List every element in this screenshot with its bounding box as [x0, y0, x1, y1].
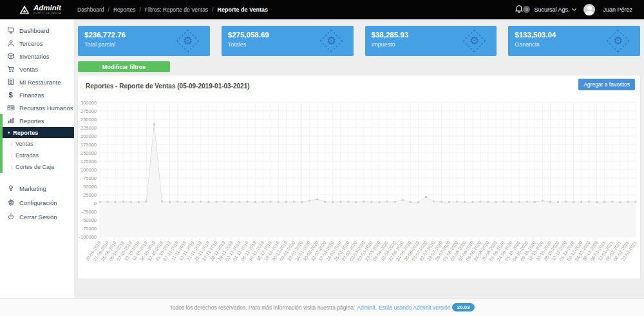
notification-count-badge: 0 [523, 6, 530, 13]
sidebar-item-label: Recursos Humanos [19, 104, 73, 112]
sidebar-item-label: Ventas [19, 66, 38, 73]
svg-text:75000: 75000 [83, 175, 97, 181]
breadcrumb-reportes[interactable]: Reportes [113, 6, 136, 13]
footer-adminit-link[interactable]: Adminit. [357, 304, 377, 311]
sidebar-item-reportes[interactable]: Reportes [3, 114, 74, 127]
sidebar-subitem-label: Cortes de Caja [15, 164, 54, 170]
sidebar-subitem-cortes-de-caja[interactable]: Cortes de Caja [3, 161, 74, 173]
footer-version-text: Estás usando Adminit versión [379, 304, 451, 311]
sidebar-subitem-label: Reportes [13, 130, 38, 136]
sidebar-item-label: Terceros [19, 40, 43, 47]
add-to-favorites-button[interactable]: Agregar a favoritos [578, 79, 635, 90]
svg-text:125000: 125000 [80, 159, 97, 164]
sidebar-item-finanzas[interactable]: $ Finanzas [0, 88, 74, 101]
sidebar-subitem-label: Entradas [15, 152, 39, 159]
menu-book-icon [6, 78, 15, 86]
active-bullet: • [8, 130, 10, 136]
sidebar-item-label: Dashboard [19, 27, 49, 34]
svg-text:50000: 50000 [83, 184, 97, 190]
user-icon [6, 39, 15, 48]
sidebar-item-recursos-humanos[interactable]: Recursos Humanos [0, 101, 74, 114]
sidebar-item-configuracion[interactable]: Configuración [0, 195, 74, 210]
sidebar-subitem-label: Ventas [15, 141, 33, 147]
breadcrumb: Dashboard / Reportes / Filtros: Reporte … [77, 6, 268, 13]
version-badge: 20.03 [452, 303, 474, 311]
modify-filters-button[interactable]: Modificar filtros [78, 61, 170, 72]
sidebar-item-inventarios[interactable]: Inventarios [0, 50, 74, 63]
logo-name: Adminit [33, 5, 61, 12]
stat-cards: $236,772.76 Total parcial ⚙ $275,058.69 … [78, 26, 640, 56]
footer-text: Todos los derechos reservados. Para más … [170, 304, 355, 311]
adminit-triangle-icon [19, 5, 30, 14]
sidebar-item-dashboard[interactable]: Dashboard [0, 24, 74, 37]
gear-icon [6, 199, 15, 207]
sidebar-item-label: Marketing [19, 185, 46, 192]
sidebar-item-label: Inventarios [19, 53, 49, 60]
dashboard-icon [6, 26, 15, 35]
sidebar-subitem-entradas[interactable]: Entradas [3, 150, 74, 161]
sidebar-item-ventas[interactable]: Ventas [0, 63, 74, 75]
box-icon [6, 52, 15, 61]
stat-card-ganancia: $133,503.04 Ganancia ⚙ [508, 26, 640, 56]
user-name[interactable]: Juan Pérez [603, 6, 632, 13]
svg-text:175000: 175000 [80, 142, 97, 148]
sidebar-group-reportes: Reportes • Reportes Ventas Entradas Cort… [0, 114, 74, 173]
stat-card-totales: $275,058.69 Totales ⚙ [222, 26, 354, 56]
svg-text:-75000: -75000 [82, 226, 97, 232]
bar-chart-icon [6, 117, 15, 125]
report-panel: Reportes - Reporte de Ventas (05-09-2019… [78, 75, 640, 279]
sidebar-item-mi-restaurante[interactable]: Mi Restaurante [0, 75, 74, 88]
branch-label: Sucursal Ags. [534, 6, 569, 13]
breadcrumb-dashboard[interactable]: Dashboard [77, 6, 104, 13]
branch-selector[interactable]: Sucursal Ags. [534, 6, 576, 13]
breadcrumb-filtros[interactable]: Filtros: Reporte de Ventas [145, 6, 208, 13]
sidebar-item-cerrar-sesion[interactable]: Cerrar Sesión [0, 210, 74, 224]
sales-report-chart: 3000002750002500002250002000001750001500… [78, 91, 640, 279]
line-chart: 3000002750002500002250002000001750001500… [78, 91, 640, 279]
main-content: $236,772.76 Total parcial ⚙ $275,058.69 … [74, 19, 644, 298]
sidebar-subitem-ventas[interactable]: Ventas [3, 138, 74, 150]
sidebar-item-marketing[interactable]: Marketing [0, 181, 74, 195]
footer: Todos los derechos reservados. Para más … [0, 298, 644, 316]
svg-text:-25000: -25000 [82, 209, 97, 215]
stat-card-impuesto: $38,285.93 Impuesto ⚙ [365, 26, 497, 56]
sidebar-item-label: Cerrar Sesión [19, 213, 57, 221]
subitem-tick [12, 153, 12, 158]
sidebar-subitem-reportes[interactable]: • Reportes [3, 127, 74, 138]
breadcrumb-separator: / [139, 6, 140, 13]
topbar: Adminit PUNTO DE VENTA Dashboard / Repor… [0, 0, 644, 19]
svg-text:-50000: -50000 [82, 217, 97, 223]
svg-text:200000: 200000 [80, 133, 97, 139]
sidebar: Dashboard Terceros Inventarios Ventas Mi… [0, 19, 74, 298]
stat-card-total-parcial: $236,772.76 Total parcial ⚙ [78, 26, 210, 56]
chevron-down-icon [572, 6, 576, 11]
sidebar-item-label: Finanzas [19, 92, 44, 99]
svg-text:25000: 25000 [83, 192, 97, 198]
svg-text:100000: 100000 [80, 167, 97, 173]
breadcrumb-current: Reporte de Ventas [218, 6, 269, 13]
svg-text:225000: 225000 [80, 125, 97, 131]
breadcrumb-separator: / [108, 6, 109, 13]
subitem-tick [12, 142, 12, 146]
svg-text:0: 0 [94, 201, 97, 206]
power-icon [6, 213, 15, 221]
marketing-icon [6, 184, 15, 193]
logo-tagline: PUNTO DE VENTA [33, 12, 61, 15]
user-avatar[interactable] [583, 4, 595, 15]
report-panel-title: Reportes - Reporte de Ventas (05-09-2019… [86, 77, 250, 90]
logo[interactable]: Adminit PUNTO DE VENTA [0, 5, 76, 15]
notifications-bell-icon[interactable]: 0 [515, 5, 526, 15]
app-window: Adminit PUNTO DE VENTA Dashboard / Repor… [0, 0, 644, 316]
breadcrumb-separator: / [212, 6, 213, 13]
svg-text:275000: 275000 [80, 108, 97, 114]
sidebar-item-label: Configuración [19, 199, 57, 206]
sidebar-item-label: Mi Restaurante [19, 79, 61, 86]
sidebar-item-label: Reportes [19, 117, 44, 124]
cart-icon [6, 65, 15, 74]
sidebar-item-terceros[interactable]: Terceros [0, 37, 74, 50]
id-card-icon [6, 104, 15, 112]
subitem-tick [12, 165, 12, 170]
svg-text:-100000: -100000 [79, 234, 97, 240]
dollar-icon: $ [6, 91, 15, 99]
svg-text:150000: 150000 [80, 150, 97, 156]
